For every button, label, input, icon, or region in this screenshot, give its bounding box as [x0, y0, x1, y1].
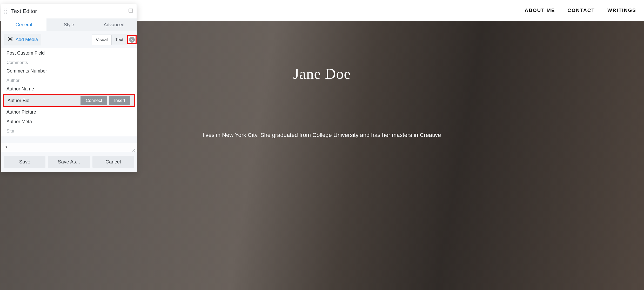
dd-group-site: Site — [1, 127, 137, 135]
save-button[interactable]: Save — [4, 156, 45, 168]
text-editor-panel: Text Editor General Style Advanced Add M… — [1, 4, 137, 172]
tab-advanced[interactable]: Advanced — [91, 18, 137, 31]
editor-header[interactable]: Text Editor — [1, 4, 137, 18]
mode-visual-button[interactable]: Visual — [92, 35, 111, 45]
media-icon — [7, 36, 13, 43]
nav-contact[interactable]: CONTACT — [568, 8, 595, 13]
dd-item-author-bio-label: Author Bio — [8, 98, 81, 103]
dd-item-author-bio[interactable]: Author Bio Connect Insert — [3, 94, 135, 107]
mode-text-button[interactable]: Text — [111, 35, 127, 45]
dynamic-content-close-icon[interactable] — [129, 37, 135, 43]
editor-toolbar: Add Media Visual Text — [1, 31, 137, 48]
primary-nav: ABOUT ME CONTACT WRITINGS — [525, 8, 636, 13]
dd-item-actions: Connect Insert — [81, 96, 130, 105]
cancel-button[interactable]: Cancel — [92, 156, 134, 168]
svg-rect-0 — [129, 9, 133, 12]
dd-group-author: Author — [1, 76, 137, 84]
nav-writings[interactable]: WRITINGS — [607, 8, 636, 13]
save-as-button[interactable]: Save As... — [48, 156, 90, 168]
resize-grip-icon[interactable] — [132, 148, 136, 151]
dynamic-content-highlight — [127, 35, 137, 44]
connect-button[interactable]: Connect — [81, 96, 107, 105]
dd-item-site-title[interactable]: Site Title — [1, 135, 137, 136]
tab-general[interactable]: General — [1, 18, 46, 31]
editor-tabs: General Style Advanced — [1, 18, 137, 31]
hero-subtext: lives in New York City. She graduated fr… — [198, 132, 446, 139]
dd-item-comments-number[interactable]: Comments Number — [1, 66, 137, 76]
nav-about-me[interactable]: ABOUT ME — [525, 8, 555, 13]
dd-item-post-custom-field[interactable]: Post Custom Field — [1, 48, 137, 58]
dd-item-author-name[interactable]: Author Name — [1, 84, 137, 94]
editor-title: Text Editor — [10, 8, 126, 14]
add-media-label: Add Media — [16, 37, 38, 42]
editor-mode-toggle: Visual Text — [92, 35, 127, 45]
dynamic-content-dropdown: Post Custom Field Comments Comments Numb… — [1, 48, 137, 136]
window-mode-icon[interactable] — [128, 8, 133, 14]
hero-title: Jane Doe — [293, 65, 351, 82]
editor-footer: Save Save As... Cancel — [1, 152, 137, 172]
add-media-button[interactable]: Add Media — [4, 34, 41, 45]
dd-item-author-picture[interactable]: Author Picture — [1, 107, 137, 117]
insert-button[interactable]: Insert — [109, 96, 130, 105]
editor-element-path[interactable]: p — [4, 144, 7, 149]
editor-path-row: p — [1, 143, 137, 152]
dd-item-author-meta[interactable]: Author Meta — [1, 117, 137, 127]
drag-handle-icon[interactable] — [4, 9, 8, 14]
dd-group-comments: Comments — [1, 58, 137, 66]
tab-style[interactable]: Style — [46, 18, 92, 31]
